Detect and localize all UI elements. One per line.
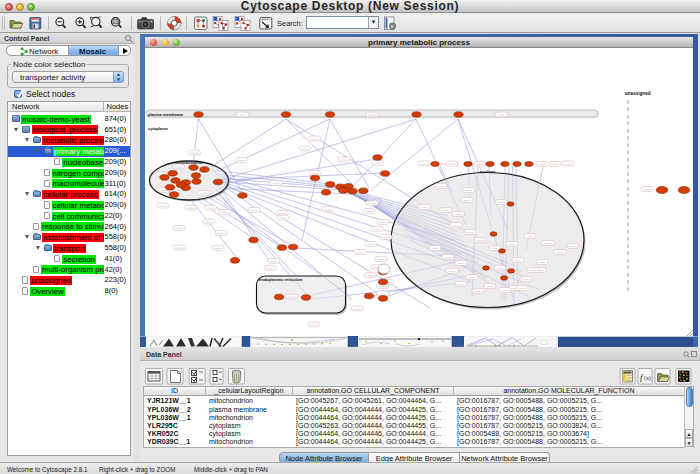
svg-text:endoplasmic reticulum: endoplasmic reticulum	[259, 277, 303, 282]
svg-text:plasma membrane: plasma membrane	[148, 112, 184, 117]
svg-text:(x): (x)	[644, 375, 651, 381]
svg-text:mitochondrion: mitochondrion	[174, 160, 204, 165]
svg-text:unassigned: unassigned	[625, 91, 651, 96]
svg-text:cytoplasm: cytoplasm	[148, 126, 168, 131]
